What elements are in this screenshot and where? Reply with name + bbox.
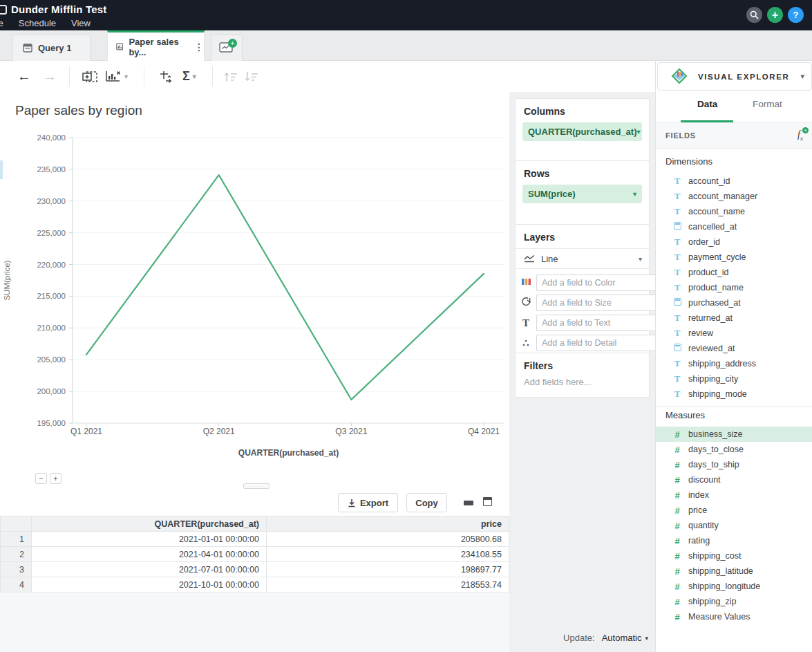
column-header-price[interactable]: price	[267, 516, 509, 532]
measure-item-shipping_zip[interactable]: #shipping_zip	[656, 594, 812, 609]
redo-button[interactable]: →	[43, 61, 57, 92]
table-row[interactable]: 12021-01-01 00:00:00205800.68	[1, 532, 509, 547]
dimension-item-account_name[interactable]: Taccount_name	[656, 204, 812, 219]
add-chart-tab-button[interactable]: +	[211, 35, 243, 61]
column-header-rownum[interactable]	[1, 516, 32, 532]
calendar-field-icon	[672, 298, 682, 308]
dimension-item-order_id[interactable]: Torder_id	[656, 234, 812, 250]
measure-item-discount[interactable]: #discount	[656, 472, 812, 487]
row-number: 2	[1, 547, 32, 562]
size-icon	[520, 297, 531, 309]
measure-item-shipping_latitude[interactable]: #shipping_latitude	[656, 563, 812, 579]
update-mode-dropdown[interactable]: Automatic ▾	[602, 633, 648, 643]
visual-explorer-title: VISUAL EXPLORER	[698, 73, 789, 81]
dimension-item-account_id[interactable]: Taccount_id	[656, 174, 812, 189]
number-field-icon: #	[672, 597, 682, 607]
rows-pill[interactable]: SUM(price) ▾	[522, 185, 642, 203]
number-field-icon: #	[672, 445, 682, 455]
measure-item-shipping_longitude[interactable]: #shipping_longitude	[656, 579, 812, 594]
measure-item-shipping_cost[interactable]: #shipping_cost	[656, 548, 812, 563]
svg-text:Q3 2021: Q3 2021	[335, 427, 367, 436]
remove-chart-button[interactable]: ▾	[105, 61, 128, 92]
aggregate-button[interactable]: Σ ▾	[182, 61, 196, 92]
export-button[interactable]: Export	[338, 493, 398, 512]
table-row[interactable]: 42021-10-01 00:00:00218553.74	[1, 577, 509, 593]
dimension-item-review[interactable]: Treview	[656, 326, 812, 341]
measure-item-days_to_ship[interactable]: #days_to_ship	[656, 457, 812, 472]
maximize-table-icon[interactable]	[483, 497, 492, 506]
menu-item-schedule[interactable]: Schedule	[19, 18, 56, 28]
measure-label: index	[688, 490, 709, 500]
dimension-item-returned_at[interactable]: Treturned_at	[656, 310, 812, 326]
visual-explorer-dropdown[interactable]: VISUAL EXPLORER ▾	[657, 62, 812, 91]
row-number: 3	[1, 562, 32, 577]
dimension-item-shipping_city[interactable]: Tshipping_city	[656, 371, 812, 386]
table-row[interactable]: 22021-04-01 00:00:00234108.55	[1, 547, 509, 562]
tab-bar: Query 1 Paper sales by... ⋮ + ›	[0, 30, 812, 61]
menu-item-view[interactable]: View	[71, 18, 91, 28]
caret-down-icon[interactable]: ▾	[633, 190, 636, 198]
add-field-to-detail-input[interactable]	[536, 335, 659, 351]
measure-item-business_size[interactable]: #business_size	[656, 427, 812, 442]
sort-ascending-button[interactable]	[223, 61, 239, 92]
minus-icon: −	[39, 475, 43, 483]
resize-handle[interactable]: ........	[243, 483, 270, 489]
measure-item-quantity[interactable]: #quantity	[656, 518, 812, 533]
columns-pill[interactable]: QUARTER(purchased_at) ▾	[522, 122, 642, 141]
top-menu: areScheduleView	[0, 18, 91, 28]
filters-placeholder[interactable]: Add fields here...	[516, 377, 649, 397]
line-chart-type-icon	[524, 254, 536, 263]
zoom-in-button[interactable]: +	[50, 473, 62, 484]
menu-item-share[interactable]: are	[0, 18, 3, 28]
dimension-item-cancelled_at[interactable]: cancelled_at	[656, 219, 812, 234]
dimension-item-product_name[interactable]: Tproduct_name	[656, 280, 812, 295]
copy-button[interactable]: Copy	[406, 493, 447, 512]
table-cell: 2021-10-01 00:00:00	[32, 577, 267, 593]
tab-menu-icon[interactable]: ⋮	[194, 41, 204, 53]
dimension-item-reviewed_at[interactable]: reviewed_at	[656, 341, 812, 356]
search-button[interactable]	[746, 7, 762, 23]
number-field-icon: #	[672, 612, 682, 622]
measures-label: Measures	[665, 410, 705, 420]
minimize-table-icon[interactable]	[464, 501, 473, 505]
add-field-to-color-input[interactable]	[536, 274, 659, 291]
undo-button[interactable]: ←	[17, 61, 31, 92]
line-chart[interactable]: 195,000200,000205,000210,000215,000220,0…	[0, 92, 509, 469]
dimension-item-shipping_address[interactable]: Tshipping_address	[656, 356, 812, 371]
tab-data[interactable]: Data	[697, 99, 717, 109]
sort-descending-button[interactable]	[243, 61, 260, 92]
tab-format[interactable]: Format	[753, 99, 782, 109]
add-card-button[interactable]	[82, 61, 98, 92]
measure-item-days_to_close[interactable]: #days_to_close	[656, 442, 812, 457]
calendar-field-icon	[672, 222, 682, 232]
zoom-out-button[interactable]: −	[35, 473, 47, 484]
new-item-button[interactable]: +	[767, 7, 783, 23]
dimension-item-purchased_at[interactable]: purchased_at	[656, 295, 812, 310]
measure-item-rating[interactable]: #rating	[656, 533, 812, 548]
table-cell: 2021-04-01 00:00:00	[32, 547, 267, 562]
measure-item-price[interactable]: #price	[656, 503, 812, 518]
add-calculated-field-button[interactable]: fx+	[797, 129, 803, 142]
caret-down-icon[interactable]: ▾	[636, 128, 640, 136]
dimension-item-payment_cycle[interactable]: Tpayment_cycle	[656, 250, 812, 265]
dimension-item-product_id[interactable]: Tproduct_id	[656, 265, 812, 280]
table-row[interactable]: 32021-07-01 00:00:00198697.77	[1, 562, 509, 577]
dimension-item-account_manager[interactable]: Taccount_manager	[656, 189, 812, 204]
add-field-to-text-input[interactable]	[536, 315, 659, 331]
measure-item-measure_values[interactable]: #Measure Values	[656, 609, 812, 624]
help-button[interactable]: ?	[788, 7, 804, 23]
fields-bar: FIELDS fx+	[656, 123, 812, 149]
tab-query-1[interactable]: Query 1	[12, 35, 91, 61]
caret-down-icon: ▾	[645, 635, 648, 642]
tab-paper-sales[interactable]: Paper sales by... ⋮	[107, 30, 205, 61]
swap-axes-button[interactable]	[159, 61, 174, 92]
text-field-icon: T	[672, 389, 682, 400]
number-field-icon: #	[672, 521, 682, 531]
add-field-to-size-input[interactable]	[536, 295, 659, 311]
column-header-QUARTER(purchased_at)[interactable]: QUARTER(purchased_at)	[32, 516, 267, 532]
chart-type-dropdown[interactable]: Line ▾	[516, 249, 649, 269]
dimension-item-shipping_mode[interactable]: Tshipping_mode	[656, 386, 812, 402]
results-table[interactable]: QUARTER(purchased_at)price 12021-01-01 0…	[0, 516, 509, 593]
measure-item-index[interactable]: #index	[656, 487, 812, 503]
copy-label: Copy	[415, 498, 438, 508]
